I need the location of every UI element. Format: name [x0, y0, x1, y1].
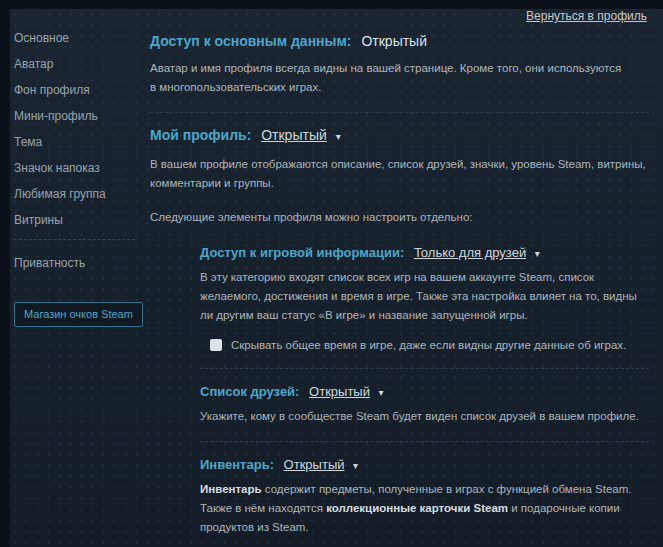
my-profile-dropdown[interactable]: Открытый ▾	[261, 127, 341, 143]
caret-down-icon: ▾	[379, 384, 384, 401]
caret-down-icon: ▾	[535, 245, 540, 262]
sidebar: Основное Аватар Фон профиля Мини-профиль…	[10, 9, 147, 547]
inventory-dropdown[interactable]: Открытый ▾	[284, 457, 359, 472]
basic-access-title: Доступ к основным данным:	[150, 33, 352, 49]
privacy-settings-content: Вернуться в профиль Доступ к основным да…	[147, 9, 663, 547]
section-divider	[150, 112, 649, 113]
inventory-title: Инвентарь:	[200, 457, 274, 472]
hide-playtime-checkbox[interactable]	[210, 339, 222, 351]
sidebar-item-showcases[interactable]: Витрины	[14, 213, 147, 228]
basic-access-description: Аватар и имя профиля всегда видны на ваш…	[150, 59, 624, 97]
sidebar-divider	[14, 239, 135, 240]
friends-list-section-header: Список друзей: Открытый ▾	[200, 383, 649, 401]
sidebar-item-featured-badge[interactable]: Значок напоказ	[14, 161, 147, 176]
caret-down-icon: ▾	[336, 128, 341, 146]
my-profile-description: В вашем профиле отображаются описание, с…	[150, 155, 649, 193]
subsection-divider	[200, 368, 649, 369]
sidebar-item-mini-profile[interactable]: Мини-профиль	[14, 109, 147, 124]
basic-access-section-header: Доступ к основным данным: Открытый	[150, 32, 649, 50]
friends-list-title: Список друзей:	[200, 384, 299, 399]
sidebar-item-profile-background[interactable]: Фон профиля	[14, 83, 147, 98]
friends-list-description: Укажите, кому в сообществе Steam будет в…	[200, 407, 649, 426]
friends-list-value: Открытый	[309, 384, 370, 399]
return-to-profile-link[interactable]: Вернуться в профиль	[150, 9, 647, 23]
points-shop-button[interactable]: Магазин очков Steam	[14, 302, 143, 327]
game-info-title: Доступ к игровой информации:	[200, 245, 404, 260]
configure-separately-note: Следующие элементы профиля можно настрои…	[150, 208, 649, 227]
my-profile-title: Мой профиль:	[150, 127, 251, 143]
friends-list-dropdown[interactable]: Открытый ▾	[309, 384, 384, 399]
game-info-value: Только для друзей	[414, 245, 526, 260]
profile-settings-page: Основное Аватар Фон профиля Мини-профиль…	[10, 9, 663, 547]
sidebar-item-privacy[interactable]: Приватность	[14, 256, 147, 271]
sidebar-item-main[interactable]: Основное	[14, 31, 147, 46]
my-profile-section-header: Мой профиль: Открытый ▾	[150, 126, 649, 146]
sidebar-item-favorite-group[interactable]: Любимая группа	[14, 187, 147, 202]
sidebar-item-theme[interactable]: Тема	[14, 135, 147, 150]
inventory-description-bold: Инвентарь	[200, 483, 262, 495]
subsection-divider	[200, 441, 649, 442]
hide-playtime-checkbox-label[interactable]: Скрывать общее время в игре, даже если в…	[231, 338, 626, 353]
game-info-description: В эту категорию входят список всех игр н…	[200, 268, 649, 325]
caret-down-icon: ▾	[353, 457, 358, 474]
trading-cards-bold: коллекционные карточки Steam	[326, 502, 508, 514]
hide-playtime-checkbox-row: Скрывать общее время в игре, даже если в…	[210, 338, 649, 353]
inventory-description: Инвентарь содержит предметы, полученные …	[200, 480, 649, 537]
inventory-value: Открытый	[284, 457, 345, 472]
my-profile-value: Открытый	[261, 127, 327, 143]
inventory-section-header: Инвентарь: Открытый ▾	[200, 456, 649, 474]
profile-subsections: Доступ к игровой информации: Только для …	[200, 244, 649, 547]
game-info-section-header: Доступ к игровой информации: Только для …	[200, 244, 649, 262]
sidebar-item-avatar[interactable]: Аватар	[14, 57, 147, 72]
basic-access-value: Открытый	[361, 33, 427, 49]
game-info-dropdown[interactable]: Только для друзей ▾	[414, 245, 540, 260]
